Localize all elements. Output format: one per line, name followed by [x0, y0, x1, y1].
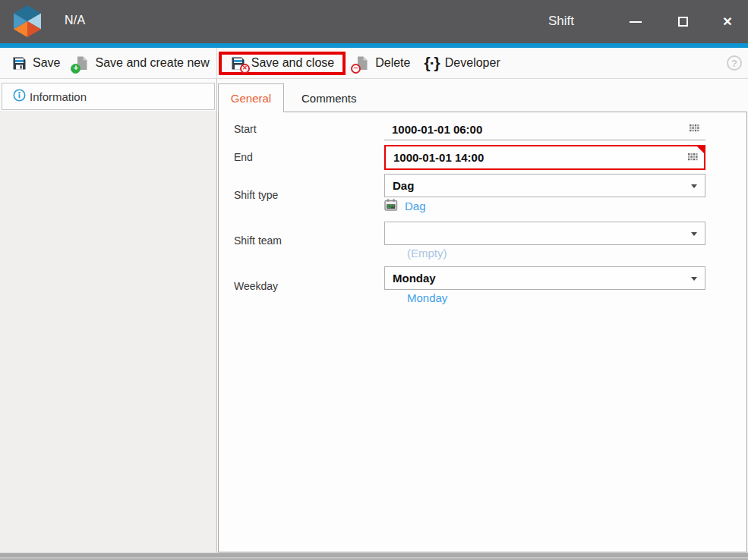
plus-badge-icon: +	[71, 64, 80, 74]
save-floppy-icon	[11, 55, 27, 71]
shift-team-link-row: (Empty)	[384, 247, 447, 260]
close-icon: ✕	[722, 16, 732, 28]
developer-label: Developer	[445, 56, 500, 70]
end-label: End	[234, 151, 253, 163]
close-badge-icon: ✕	[240, 64, 250, 74]
maximize-button[interactable]	[668, 0, 698, 43]
save-and-close-highlight: ✕ Save and close	[219, 52, 346, 75]
minimize-icon	[630, 21, 642, 23]
record-id-label: N/A	[65, 14, 86, 27]
shift-team-empty-text: (Empty)	[384, 247, 447, 260]
chevron-down-icon	[691, 184, 697, 188]
tab-comments[interactable]: Comments	[285, 83, 374, 112]
information-panel: Information	[0, 79, 217, 552]
save-and-close-icon: ✕	[230, 55, 246, 71]
delete-label: Delete	[375, 56, 410, 70]
weekday-link[interactable]: Monday	[407, 291, 447, 304]
weekday-dropdown[interactable]: Monday	[384, 266, 705, 290]
shift-type-dropdown[interactable]: Dag	[384, 174, 705, 197]
general-tab-content: Start 1000-01-01 06:00 End 1000-01-01 14…	[218, 112, 747, 552]
shift-form: Start 1000-01-01 06:00 End 1000-01-01 14…	[219, 112, 746, 552]
shift-type-value: Dag	[385, 179, 414, 192]
tab-comments-label: Comments	[301, 92, 357, 105]
titlebar: N/A Shift ✕	[0, 0, 748, 43]
document-delete-icon: −	[354, 55, 370, 71]
save-and-create-new-button[interactable]: + Save and create new	[67, 48, 216, 78]
document-add-icon: +	[74, 55, 90, 71]
datetime-picker-icon[interactable]	[690, 122, 699, 136]
start-value: 1000-01-01 06:00	[384, 123, 482, 136]
developer-button[interactable]: {·} Developer	[417, 48, 507, 78]
datetime-picker-icon[interactable]	[688, 151, 698, 165]
weekday-label: Weekday	[234, 280, 278, 292]
save-label: Save	[33, 56, 60, 70]
chevron-down-icon	[691, 277, 697, 281]
start-datetime-field[interactable]: 1000-01-01 06:00	[384, 118, 705, 140]
save-and-close-button[interactable]: ✕ Save and close	[223, 55, 341, 71]
start-label: Start	[234, 123, 257, 135]
shift-team-dropdown[interactable]	[384, 222, 705, 245]
toolbar-separator	[216, 48, 217, 78]
shift-type-link-row: Dag	[384, 199, 426, 213]
shift-team-label: Shift team	[234, 234, 282, 247]
help-icon[interactable]: ?	[727, 55, 742, 71]
weekday-link-row: Monday	[384, 291, 447, 304]
minus-badge-icon: −	[351, 64, 361, 74]
save-button[interactable]: Save	[5, 48, 67, 78]
window-resize-edge[interactable]	[0, 552, 748, 560]
tab-general[interactable]: General	[218, 83, 284, 112]
info-icon	[13, 89, 26, 104]
tab-general-label: General	[231, 92, 271, 105]
information-header[interactable]: Information	[2, 83, 215, 110]
shift-type-icon	[384, 199, 398, 213]
end-value: 1000-01-01 14:00	[386, 151, 484, 164]
shift-type-link[interactable]: Dag	[405, 200, 426, 212]
toolbar: Save + Save and create new	[0, 48, 748, 79]
shift-type-label: Shift type	[234, 189, 278, 201]
validation-corner-icon	[697, 146, 704, 153]
end-datetime-field[interactable]: 1000-01-01 14:00	[384, 145, 705, 170]
app-window: N/A Shift ✕ Save	[0, 0, 748, 560]
delete-button[interactable]: − Delete	[347, 48, 417, 78]
weekday-value: Monday	[385, 272, 436, 285]
app-logo-icon	[13, 5, 42, 40]
information-body	[0, 111, 216, 552]
chevron-down-icon	[691, 232, 697, 236]
save-and-close-label: Save and close	[251, 56, 334, 70]
information-label: Information	[30, 90, 87, 103]
detail-area: General Comments Start 1000-01-01 06:00	[218, 79, 748, 552]
developer-braces-icon: {·}	[424, 54, 439, 72]
maximize-icon	[678, 17, 688, 27]
save-and-create-new-label: Save and create new	[95, 56, 209, 70]
window-title: Shift	[548, 14, 574, 29]
close-button[interactable]: ✕	[712, 0, 743, 43]
minimize-button[interactable]	[620, 0, 651, 43]
